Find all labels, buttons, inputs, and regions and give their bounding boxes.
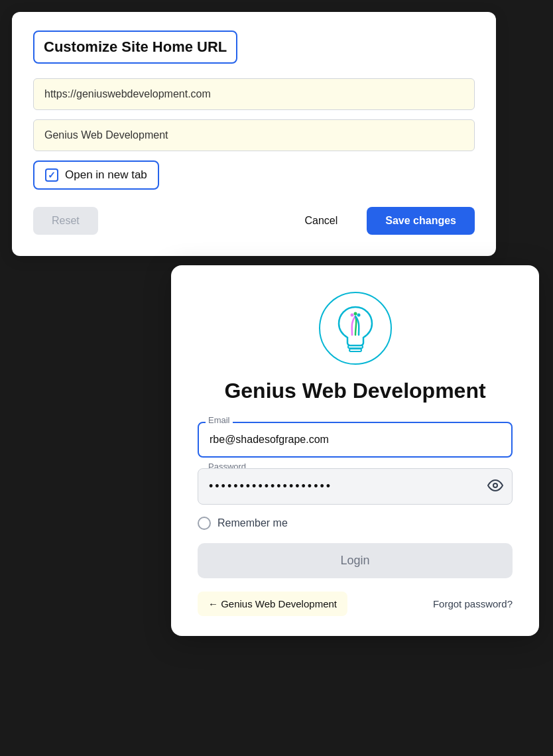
- site-name-input[interactable]: [33, 119, 475, 151]
- logo-circle: [319, 292, 392, 365]
- reset-button[interactable]: Reset: [33, 207, 98, 235]
- remember-me-row: Remember me: [198, 517, 513, 530]
- password-input[interactable]: [198, 468, 513, 505]
- open-in-new-tab-checkbox[interactable]: [45, 168, 58, 182]
- logo-container: [198, 292, 513, 365]
- open-in-new-tab-row: Open in new tab: [33, 160, 159, 190]
- svg-point-5: [493, 483, 497, 487]
- password-wrapper: [198, 468, 513, 505]
- svg-rect-0: [348, 346, 363, 348]
- bottom-row: ← Genius Web Development Forgot password…: [198, 592, 513, 616]
- forgot-password-button[interactable]: Forgot password?: [433, 598, 513, 609]
- login-card: Genius Web Development Email Password Re…: [171, 265, 539, 636]
- remember-me-checkbox[interactable]: [198, 517, 211, 530]
- remember-me-label: Remember me: [217, 517, 288, 529]
- top-card: Customize Site Home URL Open in new tab …: [12, 12, 496, 256]
- svg-rect-1: [349, 349, 361, 351]
- toggle-password-icon[interactable]: [487, 477, 503, 496]
- site-title: Genius Web Development: [198, 378, 513, 403]
- email-label: Email: [206, 415, 233, 425]
- svg-point-2: [350, 314, 353, 317]
- logo-svg: [332, 302, 379, 355]
- email-input[interactable]: [198, 422, 513, 458]
- svg-point-3: [353, 312, 357, 316]
- email-group: Email: [198, 422, 513, 458]
- open-in-new-tab-label: Open in new tab: [65, 168, 147, 182]
- action-buttons: Reset Cancel Save changes: [33, 207, 475, 235]
- save-button[interactable]: Save changes: [367, 207, 475, 235]
- url-input[interactable]: [33, 78, 475, 110]
- cancel-button[interactable]: Cancel: [286, 207, 356, 235]
- svg-point-4: [357, 314, 360, 317]
- login-button[interactable]: Login: [198, 543, 513, 578]
- back-button[interactable]: ← Genius Web Development: [198, 592, 347, 616]
- password-group: Password: [198, 468, 513, 505]
- page-title: Customize Site Home URL: [33, 31, 237, 64]
